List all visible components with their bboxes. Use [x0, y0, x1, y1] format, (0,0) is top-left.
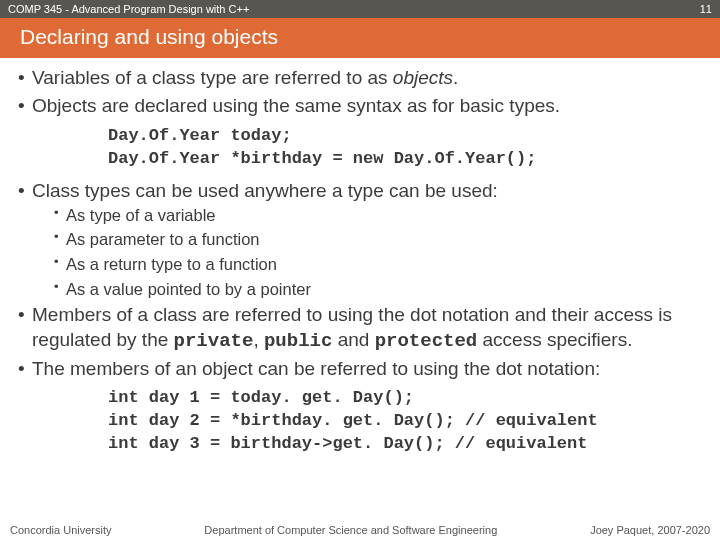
bullet-3-sub4: As a value pointed to by a pointer	[54, 279, 702, 300]
course-label: COMP 345 - Advanced Program Design with …	[8, 3, 249, 15]
bullet-3: Class types can be used anywhere a type …	[18, 179, 702, 300]
footer-right: Joey Paquet, 2007-2020	[590, 524, 710, 536]
code1-line1: Day.Of.Year today;	[108, 126, 292, 145]
footer-left: Concordia University	[10, 524, 111, 536]
bullet-3-sub1: As type of a variable	[54, 205, 702, 226]
bullet-4: Members of a class are referred to using…	[18, 303, 702, 353]
bullet-3-sublist: As type of a variable As parameter to a …	[54, 205, 702, 300]
bullet-3-text: Class types can be used anywhere a type …	[32, 180, 498, 201]
bullet-1-italic: objects	[393, 67, 453, 88]
code1-line2: Day.Of.Year *birthday = new Day.Of.Year(…	[108, 149, 536, 168]
page-number: 11	[700, 3, 712, 15]
bullet-1-text-c: .	[453, 67, 458, 88]
top-bar: COMP 345 - Advanced Program Design with …	[0, 0, 720, 18]
bullet-3-sub3: As a return type to a function	[54, 254, 702, 275]
footer: Concordia University Department of Compu…	[0, 524, 720, 536]
bullet-2: Objects are declared using the same synt…	[18, 94, 702, 170]
slide-title: Declaring and using objects	[20, 25, 278, 49]
bullet-list: Variables of a class type are referred t…	[18, 66, 702, 456]
title-bar: Declaring and using objects	[0, 18, 720, 58]
bullet-4-text-d: access specifiers.	[477, 329, 632, 350]
slide-body: Variables of a class type are referred t…	[0, 58, 720, 456]
bullet-1-text-a: Variables of a class type are referred t…	[32, 67, 393, 88]
code-block-2: int day 1 = today. get. Day(); int day 2…	[108, 387, 702, 456]
bullet-1: Variables of a class type are referred t…	[18, 66, 702, 90]
bullet-2-text: Objects are declared using the same synt…	[32, 95, 560, 116]
code2-line2: int day 2 = *birthday. get. Day(); // eq…	[108, 411, 598, 430]
bullet-5-text: The members of an object can be referred…	[32, 358, 600, 379]
bullet-3-sub2: As parameter to a function	[54, 229, 702, 250]
kw-public: public	[264, 330, 332, 352]
footer-center: Department of Computer Science and Softw…	[204, 524, 497, 536]
code2-line3: int day 3 = birthday->get. Day(); // equ…	[108, 434, 587, 453]
bullet-4-text-b: ,	[253, 329, 264, 350]
code2-line1: int day 1 = today. get. Day();	[108, 388, 414, 407]
kw-protected: protected	[375, 330, 478, 352]
kw-private: private	[174, 330, 254, 352]
bullet-5: The members of an object can be referred…	[18, 357, 702, 456]
slide: COMP 345 - Advanced Program Design with …	[0, 0, 720, 540]
code-block-1: Day.Of.Year today; Day.Of.Year *birthday…	[108, 125, 702, 171]
bullet-4-text-c: and	[332, 329, 374, 350]
